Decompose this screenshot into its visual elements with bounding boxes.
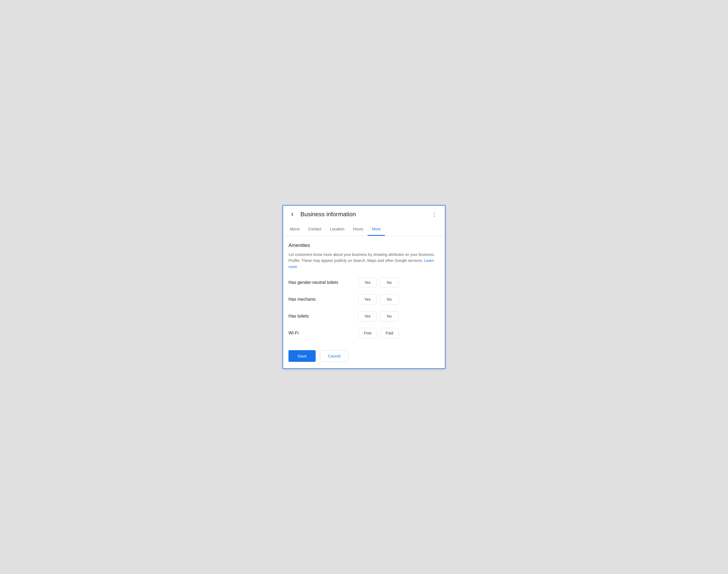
tab-more[interactable]: More [368,223,385,236]
header: Business information ⋮ [283,206,445,223]
header-left: Business information [288,210,356,218]
gender-neutral-toilets-yes[interactable]: Yes [358,277,377,288]
tabs-nav: About Contact Location Hours More [283,223,445,236]
amenity-label: Has mechanic [288,297,354,302]
description-text: Let customers know more about your busin… [288,252,434,263]
more-menu-button[interactable]: ⋮ [430,210,440,219]
tab-location[interactable]: Location [326,223,349,236]
button-group: Yes No [358,294,399,304]
toilets-no[interactable]: No [380,311,399,321]
button-group: Yes No [358,311,399,321]
tab-about[interactable]: About [288,223,304,236]
section-description: Let customers know more about your busin… [288,252,440,270]
page-title: Business information [300,211,356,218]
amenity-row-mechanic: Has mechanic Yes No [288,294,440,304]
tab-hours[interactable]: Hours [349,223,368,236]
cancel-button[interactable]: Cancel [320,350,349,362]
mechanic-no[interactable]: No [380,294,399,304]
amenity-label: Wi-Fi [288,331,354,335]
toilets-yes[interactable]: Yes [358,311,377,321]
amenity-row-wifi: Wi-Fi Free Paid [288,328,440,338]
button-group: Free Paid [358,328,399,338]
mechanic-yes[interactable]: Yes [358,294,377,304]
main-content: Amenities Let customers know more about … [283,236,445,368]
business-info-card: Business information ⋮ About Contact Loc… [283,205,445,369]
amenity-label: Has toilets [288,314,354,319]
amenity-row-toilets: Has toilets Yes No [288,311,440,321]
action-buttons: Save Cancel [288,347,440,362]
wifi-free[interactable]: Free [358,328,377,338]
section-title: Amenities [288,243,440,248]
amenity-row-gender-neutral-toilets: Has gender-neutral toilets Yes No [288,277,440,288]
wifi-paid[interactable]: Paid [380,328,399,338]
tab-contact[interactable]: Contact [304,223,326,236]
back-button[interactable] [288,210,296,218]
gender-neutral-toilets-no[interactable]: No [380,277,399,288]
button-group: Yes No [358,277,399,288]
save-button[interactable]: Save [288,350,316,362]
amenity-label: Has gender-neutral toilets [288,280,354,285]
